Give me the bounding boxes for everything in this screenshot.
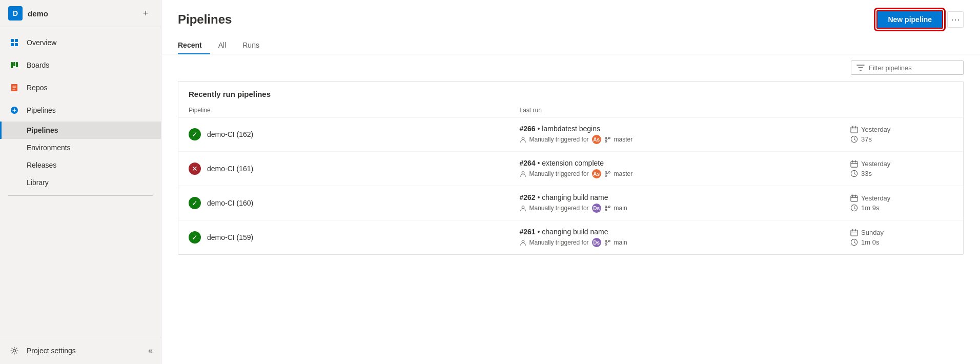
svg-rect-1 [15, 39, 18, 42]
table-row[interactable]: ✓ demo-CI (162) #266 • lambdatest begins… [178, 117, 963, 152]
sidebar-item-label-boards: Boards [27, 61, 153, 69]
filter-icon [856, 64, 865, 72]
pipelines-icon [8, 104, 21, 116]
svg-rect-6 [16, 62, 18, 67]
pipeline-name-cell: ✓ demo-CI (159) [189, 231, 520, 244]
status-failure-icon: ✕ [189, 163, 201, 175]
filter-row [178, 54, 964, 81]
sidebar-divider [8, 195, 153, 196]
duration-row: 33s [850, 170, 953, 177]
collapse-chevron-icon[interactable]: « [148, 346, 153, 355]
date-row: Sunday [850, 229, 953, 236]
overview-icon [8, 36, 21, 49]
run-title: #266 • lambdatest begins [520, 125, 851, 133]
run-date: Yesterday [861, 194, 890, 202]
sidebar-item-overview[interactable]: Overview [0, 31, 161, 54]
time-cell: Yesterday 1m 9s [850, 194, 953, 212]
run-duration: 1m 0s [861, 238, 879, 246]
main-content: Pipelines New pipeline ⋯ Recent All Runs [161, 0, 980, 364]
duration-row: 37s [850, 135, 953, 143]
trigger-label: Manually triggered for [529, 170, 589, 177]
pipeline-name: demo-CI (159) [207, 233, 253, 241]
sidebar-item-library[interactable]: Library [0, 174, 161, 191]
svg-point-28 [605, 240, 606, 241]
status-success-icon: ✓ [189, 128, 201, 140]
sidebar-subitem-label-releases: Releases [27, 161, 56, 169]
table-row[interactable]: ✓ demo-CI (159) #261 • changing build na… [178, 220, 963, 254]
svg-rect-2 [11, 43, 14, 46]
svg-point-16 [605, 171, 606, 173]
trigger-label: Manually triggered for [529, 205, 589, 212]
status-success-icon: ✓ [189, 231, 201, 244]
last-run-cell: #262 • changing build name Manually trig… [520, 193, 851, 213]
svg-rect-4 [11, 62, 13, 68]
svg-point-11 [605, 140, 606, 142]
last-run-cell: #261 • changing build name Manually trig… [520, 228, 851, 247]
repos-icon [8, 82, 21, 94]
table-row[interactable]: ✕ demo-CI (161) #264 • extension complet… [178, 152, 963, 186]
project-name: demo [28, 9, 138, 18]
content-area: Recently run pipelines Pipeline Last run… [161, 54, 980, 364]
table-row[interactable]: ✓ demo-CI (160) #262 • changing build na… [178, 186, 963, 220]
col-header-pipeline: Pipeline [189, 107, 520, 114]
new-pipeline-button[interactable]: New pipeline [876, 10, 943, 29]
svg-point-27 [522, 240, 524, 242]
boards-icon [8, 59, 21, 71]
svg-point-30 [608, 240, 610, 241]
svg-point-29 [605, 244, 606, 245]
add-project-button[interactable]: + [138, 6, 153, 21]
sidebar-subitem-label-pipelines: Pipelines [27, 126, 58, 134]
sidebar-item-label-overview: Overview [27, 38, 153, 47]
sidebar-subitem-label-environments: Environments [27, 144, 71, 152]
last-run-cell: #264 • extension complete Manually trigg… [520, 159, 851, 178]
trigger-label: Manually triggered for [529, 239, 589, 246]
time-cell: Sunday 1m 0s [850, 229, 953, 246]
sidebar-item-releases[interactable]: Releases [0, 156, 161, 174]
svg-rect-0 [11, 39, 14, 42]
sidebar-item-pipelines[interactable]: Pipelines [0, 122, 161, 139]
run-meta: Manually triggered for Ds main [520, 238, 851, 247]
sidebar-footer: Project settings « [0, 337, 161, 364]
pipeline-name: demo-CI (160) [207, 199, 253, 207]
date-row: Yesterday [850, 160, 953, 168]
last-run-cell: #266 • lambdatest begins Manually trigge… [520, 125, 851, 144]
col-header-lastrun: Last run [520, 107, 851, 114]
svg-rect-25 [851, 196, 858, 201]
sidebar-item-environments[interactable]: Environments [0, 139, 161, 156]
svg-point-12 [608, 137, 610, 138]
svg-rect-3 [15, 43, 18, 46]
tab-runs[interactable]: Runs [234, 37, 268, 54]
filter-input[interactable] [869, 64, 958, 72]
pipeline-name-cell: ✓ demo-CI (160) [189, 197, 520, 209]
date-row: Yesterday [850, 194, 953, 202]
run-title: #264 • extension complete [520, 159, 851, 167]
sidebar-item-boards[interactable]: Boards [0, 54, 161, 76]
more-options-button[interactable]: ⋯ [947, 11, 964, 28]
trigger-label: Manually triggered for [529, 136, 589, 143]
pipeline-name-cell: ✕ demo-CI (161) [189, 163, 520, 175]
sidebar-item-pipelines-parent[interactable]: Pipelines [0, 99, 161, 122]
time-cell: Yesterday 37s [850, 126, 953, 143]
sidebar-item-settings[interactable]: Project settings « [0, 339, 161, 362]
filter-input-wrap[interactable] [851, 60, 964, 75]
tab-recent[interactable]: Recent [178, 37, 210, 54]
avatar: Ds [592, 238, 601, 247]
sidebar-item-repos[interactable]: Repos [0, 76, 161, 99]
avatar: As [592, 169, 601, 178]
time-cell: Yesterday 33s [850, 160, 953, 177]
pipelines-section: Recently run pipelines Pipeline Last run… [178, 81, 964, 255]
run-duration: 1m 9s [861, 204, 879, 212]
sidebar-subitem-label-library: Library [27, 178, 49, 187]
avatar: As [592, 135, 601, 144]
col-header-time [850, 107, 953, 114]
sidebar-item-label-pipelines-parent: Pipelines [27, 106, 153, 114]
svg-point-23 [605, 209, 606, 211]
avatar: Ds [592, 204, 601, 213]
run-duration: 33s [861, 170, 872, 177]
sidebar-nav: Overview Boards Repos [0, 27, 161, 337]
svg-rect-19 [851, 161, 858, 167]
tabs-bar: Recent All Runs [178, 37, 964, 54]
branch-label: main [614, 239, 627, 246]
tab-all[interactable]: All [210, 37, 235, 54]
svg-point-10 [605, 137, 606, 138]
